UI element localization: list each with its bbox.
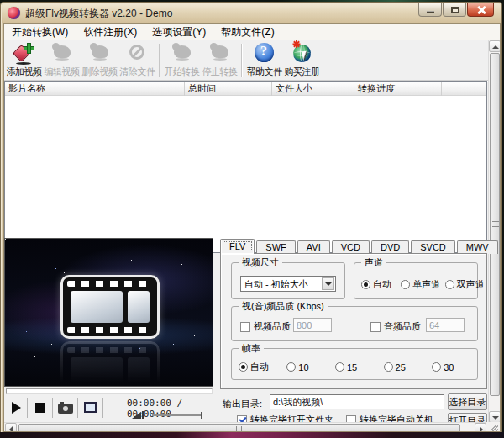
checkbox-icon	[240, 322, 250, 332]
app-logo-icon	[8, 7, 20, 19]
resize-grip[interactable]	[486, 422, 500, 432]
file-list-header: 影片名称 总时间 文件大小 转换进度	[5, 82, 486, 96]
column-header-size[interactable]: 文件大小	[272, 82, 354, 96]
fullscreen-button[interactable]	[81, 398, 101, 417]
toolbar: 添加视频 编辑视频 删除视频 清除文件 开始转换	[4, 40, 500, 81]
start-convert-button[interactable]: 开始转换	[163, 41, 201, 80]
menu-help[interactable]: 帮助文件(Z)	[213, 24, 281, 40]
clear-files-button[interactable]: 清除文件	[118, 41, 156, 80]
add-video-icon	[13, 42, 35, 65]
delete-video-button[interactable]: 删除视频	[81, 41, 118, 80]
file-list-body[interactable]	[5, 96, 486, 252]
starfield-backdrop	[5, 239, 6, 240]
play-icon	[12, 402, 21, 414]
close-button[interactable]	[467, 3, 494, 17]
maximize-icon	[451, 7, 459, 13]
video-size-group-label: 视频尺寸	[239, 256, 282, 269]
column-header-name[interactable]: 影片名称	[5, 82, 185, 96]
minimize-button[interactable]	[418, 3, 442, 17]
channel-group: 声道 自动 单声道 双声道	[354, 262, 478, 299]
tab-swf[interactable]: SWF	[256, 240, 295, 254]
output-dir-label: 输出目录:	[223, 398, 262, 410]
arrow-left-icon	[9, 426, 13, 432]
video-quality-input[interactable]	[293, 318, 332, 332]
radio-fps-auto[interactable]: 自动	[239, 361, 269, 373]
dropdown-button[interactable]	[322, 277, 334, 290]
menu-options[interactable]: 选项设置(Y)	[144, 24, 213, 40]
select-dir-button[interactable]: 选择目录	[448, 393, 487, 410]
scroll-up-button[interactable]	[489, 40, 501, 52]
tab-dvd[interactable]: DVD	[371, 240, 409, 254]
add-video-button[interactable]: 添加视频	[5, 41, 43, 80]
video-size-dropdown[interactable]: 自动 - 初始大小	[240, 276, 336, 292]
edit-video-icon	[51, 42, 73, 65]
volume-slider[interactable]	[152, 414, 202, 416]
edit-video-button[interactable]: 编辑视频	[43, 41, 81, 80]
column-header-progress[interactable]: 转换进度	[354, 82, 442, 96]
menu-start-convert[interactable]: 开始转换(W)	[4, 24, 76, 40]
stop-button[interactable]	[30, 398, 50, 417]
audio-quality-label: 音频品质	[384, 320, 421, 333]
video-quality-checkbox[interactable]: 视频品质	[240, 320, 291, 333]
horizontal-scroll-thumb[interactable]	[18, 424, 460, 432]
arrow-right-icon	[480, 426, 483, 432]
radio-fps-15[interactable]: 15	[335, 362, 357, 372]
radio-icon	[286, 362, 296, 372]
radio-fps-30[interactable]: 30	[432, 362, 454, 372]
radio-icon	[384, 362, 393, 372]
start-convert-icon	[171, 42, 193, 65]
play-button[interactable]	[6, 398, 26, 417]
close-icon	[477, 6, 486, 14]
radio-channel-stereo-label: 双声道	[457, 278, 485, 291]
menu-bar: 开始转换(W) 软件注册(X) 选项设置(Y) 帮助文件(Z)	[4, 24, 500, 40]
help-icon	[254, 42, 276, 65]
horizontal-scrollbar[interactable]	[4, 422, 487, 432]
seek-slider[interactable]	[6, 388, 213, 394]
stop-convert-button[interactable]: 停止转换	[201, 41, 239, 80]
tab-flv[interactable]: FLV	[220, 239, 255, 254]
radio-fps-25-label: 25	[396, 362, 406, 372]
controls-separator	[27, 398, 28, 418]
vertical-scroll-thumb[interactable]	[490, 53, 500, 396]
audio-quality-input[interactable]	[426, 318, 465, 332]
menu-register[interactable]: 软件注册(X)	[76, 24, 144, 40]
snapshot-button[interactable]	[55, 398, 76, 417]
toolbar-separator	[159, 44, 160, 77]
client-area: 开始转换(W) 软件注册(X) 选项设置(Y) 帮助文件(Z) 添加视频 编辑视…	[3, 23, 501, 432]
tab-vcd[interactable]: VCD	[332, 240, 370, 254]
scroll-right-button[interactable]	[475, 423, 486, 432]
clear-files-label: 清除文件	[118, 66, 156, 78]
tab-mwv[interactable]: MWV	[457, 240, 498, 254]
tab-svcd[interactable]: SVCD	[411, 240, 455, 254]
radio-icon	[239, 362, 248, 372]
maximize-button[interactable]	[443, 3, 466, 17]
stop-icon	[35, 403, 45, 413]
scroll-left-button[interactable]	[5, 423, 17, 432]
radio-channel-stereo[interactable]: 双声道	[445, 278, 485, 291]
help-file-button[interactable]: 帮助文件	[245, 41, 283, 80]
stop-convert-label: 停止转换	[201, 66, 239, 78]
radio-channel-auto[interactable]: 自动	[361, 278, 391, 291]
output-dir-input[interactable]	[270, 394, 444, 409]
volume-icon	[132, 412, 141, 419]
buy-register-label: 购买注册	[283, 66, 321, 78]
buy-register-button[interactable]: 购买注册	[283, 41, 321, 80]
buy-register-icon	[291, 42, 313, 65]
column-header-duration[interactable]: 总时间	[185, 82, 272, 96]
vertical-scrollbar[interactable]	[488, 40, 500, 423]
video-preview	[4, 238, 213, 387]
camera-icon	[58, 404, 73, 414]
format-tab-control: FLV SWF AVI VCD DVD SVCD MWV 视频尺寸 自动 - 初…	[220, 239, 487, 390]
radio-fps-25[interactable]: 25	[384, 362, 406, 372]
chevron-down-icon	[325, 282, 332, 286]
toolbar-separator	[241, 44, 242, 77]
radio-icon	[335, 362, 344, 372]
tab-avi[interactable]: AVI	[297, 240, 330, 254]
radio-channel-mono[interactable]: 单声道	[401, 278, 440, 291]
scroll-down-button[interactable]	[489, 411, 501, 423]
radio-fps-10[interactable]: 10	[286, 362, 308, 372]
edit-video-label: 编辑视频	[43, 66, 81, 78]
controls-separator	[52, 398, 53, 418]
quality-group: 视(音)频品质 (Kbps) 视频品质 音频品质	[231, 306, 478, 341]
audio-quality-checkbox[interactable]: 音频品质	[370, 320, 421, 333]
